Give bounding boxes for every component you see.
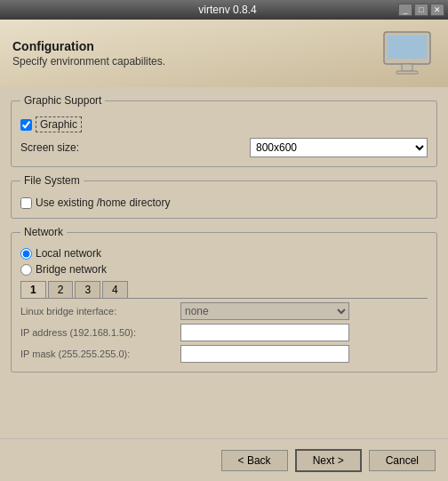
- ip-address-row: IP address (192.168.1.50):: [20, 324, 428, 341]
- graphic-label-text: Graphic: [36, 116, 82, 132]
- footer: < Back Next > Cancel: [0, 438, 448, 481]
- svg-rect-2: [402, 64, 412, 71]
- ip-mask-input[interactable]: [180, 345, 349, 363]
- tab-4[interactable]: 4: [102, 281, 128, 298]
- graphic-checkbox-row: Graphic: [20, 116, 428, 132]
- window-controls[interactable]: _ □ ✕: [398, 4, 444, 16]
- screen-size-row: Screen size: 800x600 640x480 1024x768 12…: [20, 138, 428, 157]
- minimize-button[interactable]: _: [398, 4, 412, 16]
- bridge-tabs: 1 2 3 4: [20, 281, 428, 299]
- window-title: virtenv 0.8.4: [57, 4, 398, 16]
- use-home-label[interactable]: Use existing /home directory: [20, 196, 170, 209]
- bridge-network-row[interactable]: Bridge network: [20, 263, 428, 276]
- use-home-row: Use existing /home directory: [20, 196, 428, 209]
- network-group: Network Local network Bridge network 1 2…: [11, 226, 437, 373]
- graphic-checkbox[interactable]: [20, 119, 32, 131]
- graphic-support-legend: Graphic Support: [20, 94, 105, 107]
- bridge-interface-label: Linux bridge interface:: [20, 306, 180, 317]
- file-system-group: File System Use existing /home directory: [11, 174, 437, 219]
- file-system-legend: File System: [20, 174, 84, 187]
- tab-2[interactable]: 2: [48, 281, 74, 298]
- next-button[interactable]: Next >: [295, 449, 362, 472]
- use-home-text: Use existing /home directory: [36, 196, 170, 209]
- ip-address-label: IP address (192.168.1.50):: [20, 327, 180, 338]
- cancel-button[interactable]: Cancel: [369, 450, 436, 471]
- header-section: Configuration Specify environment capabi…: [0, 20, 448, 87]
- main-content: Graphic Support Graphic Screen size: 800…: [0, 87, 448, 387]
- local-network-label: Local network: [36, 247, 101, 260]
- network-legend: Network: [20, 226, 67, 238]
- local-network-radio[interactable]: [20, 248, 32, 260]
- graphic-checkbox-label[interactable]: Graphic: [20, 116, 82, 132]
- page-title: Configuration: [12, 39, 165, 53]
- ip-mask-row: IP mask (255.255.255.0):: [20, 345, 428, 363]
- maximize-button[interactable]: □: [414, 4, 428, 16]
- bridge-interface-row: Linux bridge interface: none: [20, 302, 428, 320]
- header-icon: [379, 28, 436, 78]
- screen-size-select[interactable]: 800x600 640x480 1024x768 1280x1024: [250, 138, 428, 157]
- screen-size-label: Screen size:: [20, 141, 79, 154]
- title-bar: virtenv 0.8.4 _ □ ✕: [0, 0, 448, 20]
- graphic-support-group: Graphic Support Graphic Screen size: 800…: [11, 94, 437, 167]
- bridge-fields: Linux bridge interface: none IP address …: [20, 302, 428, 363]
- bridge-interface-select[interactable]: none: [180, 302, 349, 320]
- header-text: Configuration Specify environment capabi…: [12, 39, 165, 68]
- use-home-checkbox[interactable]: [20, 197, 32, 209]
- svg-rect-3: [396, 71, 418, 74]
- local-network-row[interactable]: Local network: [20, 247, 428, 260]
- svg-rect-1: [388, 36, 427, 59]
- bridge-network-label: Bridge network: [36, 263, 107, 276]
- tab-3[interactable]: 3: [75, 281, 100, 298]
- close-button[interactable]: ✕: [430, 4, 444, 16]
- tab-1[interactable]: 1: [20, 281, 46, 298]
- bridge-network-radio[interactable]: [20, 264, 32, 276]
- back-button[interactable]: < Back: [221, 450, 288, 471]
- ip-mask-label: IP mask (255.255.255.0):: [20, 349, 180, 359]
- ip-address-input[interactable]: [180, 324, 349, 341]
- page-subtitle: Specify environment capabilites.: [12, 55, 165, 68]
